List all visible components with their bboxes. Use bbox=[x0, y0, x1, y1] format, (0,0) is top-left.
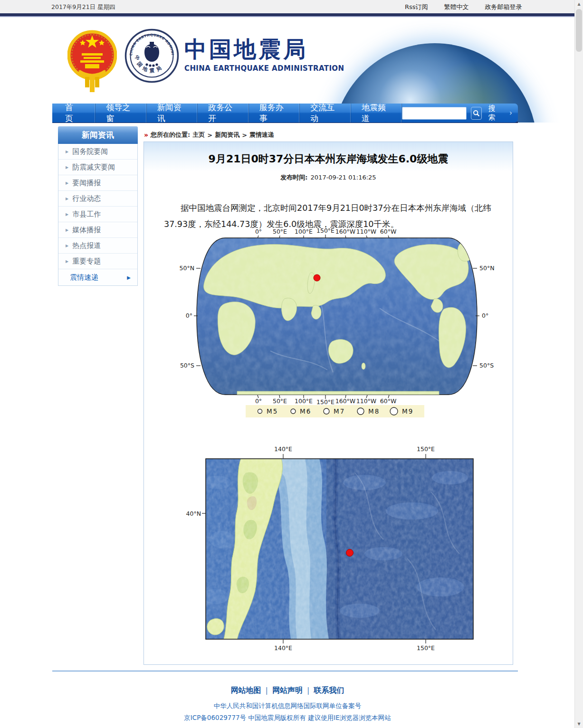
world-map-top-axis: 0° 50°E 100°E 150°E 160°W 110°W 60°W bbox=[255, 227, 396, 238]
svg-text:100°E: 100°E bbox=[295, 397, 313, 405]
scrollbar-thumb[interactable] bbox=[576, 9, 582, 52]
world-map-image: 0° 50°E 100°E 150°E 160°W 110°W 60°W bbox=[175, 227, 497, 418]
search-text-button[interactable]: 搜 索 bbox=[488, 104, 507, 122]
svg-text:150°E: 150°E bbox=[316, 227, 335, 234]
svg-text:150°E: 150°E bbox=[417, 644, 435, 652]
search-input[interactable] bbox=[402, 107, 467, 120]
triangle-icon: ▶ bbox=[66, 212, 68, 217]
svg-text:50°S: 50°S bbox=[180, 362, 194, 369]
svg-text:M5: M5 bbox=[267, 407, 278, 415]
search-icon bbox=[472, 109, 480, 117]
gov-mail-login-link[interactable]: 政务邮箱登录 bbox=[485, 3, 522, 11]
article-panel: 9月21日0时37分日本本州东岸海域发生6.0级地震 发布时间:2017-09-… bbox=[143, 142, 513, 665]
site-title-en: CHINA EARTHQUAKE ADMINISTRATION bbox=[184, 64, 344, 73]
svg-text:M7: M7 bbox=[334, 407, 345, 415]
national-emblem bbox=[67, 27, 117, 93]
svg-text:0°: 0° bbox=[255, 228, 262, 235]
svg-text:50°E: 50°E bbox=[273, 397, 287, 405]
svg-text:60°W: 60°W bbox=[380, 397, 397, 405]
svg-text:60°W: 60°W bbox=[380, 228, 397, 235]
breadcrumb-earthquake-express-link[interactable]: 震情速递 bbox=[249, 131, 274, 139]
nav-item-earthquake-channel[interactable]: 地震频道 bbox=[351, 104, 402, 123]
breadcrumb-prefix: 您所在的位置: bbox=[151, 131, 190, 139]
nav-item-news[interactable]: 新闻资讯 bbox=[147, 104, 198, 123]
svg-text:160°W: 160°W bbox=[335, 397, 355, 405]
topbar-divider bbox=[0, 13, 575, 17]
svg-text:0°: 0° bbox=[482, 312, 488, 319]
page: 2017年9月21日 星期四 Rss订阅 繁體中文 政务邮箱登录 bbox=[0, 0, 583, 728]
topbar: 2017年9月21日 星期四 Rss订阅 繁體中文 政务邮箱登录 bbox=[0, 0, 575, 13]
magnitude-legend: M5 M6 M7 M8 M9 bbox=[246, 405, 424, 417]
world-map-bottom-axis: 0° 50°E 100°E 150°E 160°W 110°W 60°W bbox=[255, 395, 396, 406]
svg-text:150°E: 150°E bbox=[417, 445, 435, 453]
footer-separator: | bbox=[266, 686, 268, 696]
detail-map-bottom-axis: 140°E 150°E bbox=[274, 640, 435, 652]
footer-divider bbox=[52, 671, 518, 671]
svg-text:140°E: 140°E bbox=[274, 445, 292, 453]
svg-text:M8: M8 bbox=[368, 407, 380, 415]
breadcrumb-separator: > bbox=[207, 132, 212, 139]
footer-statement-link[interactable]: 网站声明 bbox=[272, 686, 303, 696]
svg-text:M6: M6 bbox=[300, 407, 311, 415]
nav-item-interaction[interactable]: 交流互动 bbox=[300, 104, 351, 123]
breadcrumb-news-link[interactable]: 新闻资讯 bbox=[215, 131, 239, 139]
triangle-icon: ▶ bbox=[66, 165, 68, 170]
sidebar-item-media-reports[interactable]: ▶媒体播报 bbox=[58, 222, 137, 238]
detail-map-top-axis: 140°E 150°E bbox=[274, 445, 435, 458]
svg-text:110°W: 110°W bbox=[356, 397, 376, 405]
footer: 网站地图 | 网站声明 | 联系我们 中华人民共和国计算机信息网络国际联网单位备… bbox=[0, 686, 575, 722]
sidebar: 新闻资讯 ▶国务院要闻 ▶防震减灾要闻 ▶要闻播报 ▶行业动态 ▶市县工作 ▶媒… bbox=[58, 126, 138, 286]
scrollbar[interactable]: ▲ ▼ bbox=[574, 0, 583, 728]
triangle-icon: ▶ bbox=[66, 181, 68, 185]
svg-text:40°N: 40°N bbox=[186, 510, 201, 517]
svg-text:50°S: 50°S bbox=[479, 362, 494, 369]
search-button[interactable] bbox=[471, 107, 482, 120]
svg-text:110°W: 110°W bbox=[356, 228, 376, 235]
breadcrumb-separator: > bbox=[242, 132, 247, 139]
footer-links: 网站地图 | 网站声明 | 联系我们 bbox=[0, 686, 575, 696]
footer-separator: | bbox=[307, 686, 309, 696]
svg-text:150°E: 150°E bbox=[316, 398, 335, 406]
detail-map-image: 140°E 150°E bbox=[184, 444, 476, 656]
svg-text:50°N: 50°N bbox=[179, 265, 194, 272]
footer-icp-line: 京ICP备06029777号 中国地震局版权所有 建议使用IE浏览器浏览本网站 bbox=[0, 714, 575, 722]
breadcrumb-home-link[interactable]: 主页 bbox=[192, 131, 205, 139]
triangle-right-icon: ▶ bbox=[127, 275, 131, 280]
svg-text:140°E: 140°E bbox=[274, 644, 292, 652]
scrollbar-down-icon[interactable]: ▼ bbox=[575, 720, 583, 728]
traditional-chinese-link[interactable]: 繁體中文 bbox=[444, 3, 469, 11]
svg-text:100°E: 100°E bbox=[295, 228, 313, 235]
sidebar-item-industry-trends[interactable]: ▶行业动态 bbox=[58, 191, 137, 207]
nav-item-home[interactable]: 首 页 bbox=[52, 104, 96, 123]
nav-item-services[interactable]: 服务办事 bbox=[249, 104, 300, 123]
sidebar-item-earthquake-express-active[interactable]: 震情速递▶ bbox=[58, 269, 137, 285]
nav-item-gov-disclosure[interactable]: 政务公开 bbox=[198, 104, 249, 123]
sidebar-item-important-specials[interactable]: ▶重要专题 bbox=[58, 254, 137, 269]
svg-text:160°W: 160°W bbox=[335, 228, 355, 235]
nav-item-leadership[interactable]: 领导之窗 bbox=[96, 104, 147, 123]
sidebar-item-disaster-reduction-news[interactable]: ▶防震减灾要闻 bbox=[58, 160, 137, 175]
footer-sitemap-link[interactable]: 网站地图 bbox=[231, 686, 261, 696]
topbar-links: Rss订阅 繁體中文 政务邮箱登录 bbox=[405, 3, 522, 11]
page-date: 2017年9月21日 星期四 bbox=[51, 3, 115, 11]
rss-link[interactable]: Rss订阅 bbox=[405, 3, 428, 11]
cea-seal: CHINA EARTHQUAKE ADMINISTRATION 中国地震局 bbox=[124, 28, 179, 83]
detail-map-left-axis: 40°N bbox=[186, 510, 206, 517]
sidebar-item-key-news[interactable]: ▶要闻播报 bbox=[58, 175, 137, 191]
sidebar-item-state-council-news[interactable]: ▶国务院要闻 bbox=[58, 144, 137, 160]
sidebar-item-city-county-work[interactable]: ▶市县工作 bbox=[58, 207, 137, 222]
epicenter-marker bbox=[346, 549, 354, 557]
main-nav: 首 页 领导之窗 新闻资讯 政务公开 服务办事 交流互动 地震频道 搜 索 › bbox=[52, 104, 518, 123]
scrollbar-up-icon[interactable]: ▲ bbox=[575, 0, 583, 8]
triangle-icon: ▶ bbox=[66, 197, 68, 201]
article-title: 9月21日0时37分日本本州东岸海域发生6.0级地震 bbox=[144, 152, 513, 166]
breadcrumb-marker-icon: » bbox=[144, 131, 148, 139]
publish-time-label: 发布时间: bbox=[280, 174, 307, 181]
svg-text:50°N: 50°N bbox=[479, 265, 495, 272]
footer-contact-link[interactable]: 联系我们 bbox=[314, 686, 344, 696]
footer-registration-line: 中华人民共和国计算机信息网络国际联网单位备案号 bbox=[0, 702, 575, 710]
triangle-icon: ▶ bbox=[66, 150, 68, 154]
publish-time-value: 2017-09-21 01:16:25 bbox=[311, 174, 376, 181]
sidebar-item-hot-topics[interactable]: ▶热点报道 bbox=[58, 238, 137, 254]
triangle-icon: ▶ bbox=[66, 244, 68, 248]
